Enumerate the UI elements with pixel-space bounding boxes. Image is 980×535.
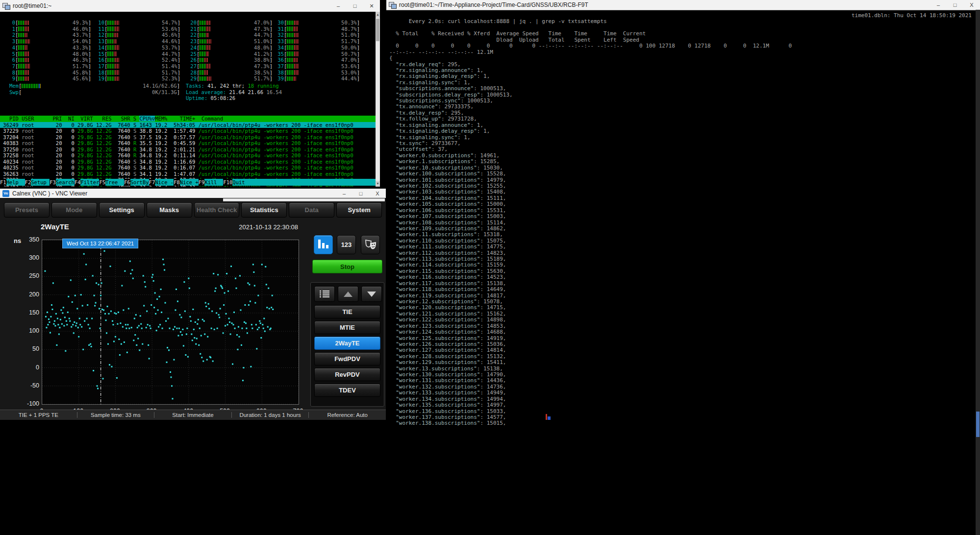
numeric-view-button[interactable]: 123	[337, 235, 356, 254]
process-row-36263[interactable]: 36263 root 20 0 29.8G 12.2G 7640 S 34.1 …	[0, 171, 376, 177]
menu-tab-masks[interactable]: Masks	[147, 202, 192, 218]
fn-label-f4[interactable]: Filter	[80, 179, 99, 186]
legend-list-button[interactable]	[314, 286, 335, 302]
close-icon[interactable]: X	[963, 0, 980, 10]
fn-key-f1[interactable]: F1	[0, 179, 6, 186]
theater-masks-icon	[364, 239, 377, 251]
menu-tab-settings[interactable]: Settings	[99, 202, 145, 218]
measurement-button-2wayte[interactable]: 2WayTE	[314, 337, 380, 350]
htop-scroll-thumb[interactable]	[376, 19, 379, 41]
scroll-up-icon[interactable]: ▲	[376, 12, 380, 18]
cpu-meter-20: 20[47.0%]	[188, 20, 273, 25]
scatter-plot[interactable]	[42, 240, 299, 405]
process-row-37250[interactable]: 37250 root 20 0 29.8G 12.2G 7640 R 34.8 …	[0, 146, 376, 152]
measurement-button-fwdpdv[interactable]: FwdPDV	[314, 352, 380, 365]
y-tick-350: 350	[18, 236, 39, 243]
y-tick--50: -50	[18, 382, 39, 389]
fn-key-f5[interactable]: F5	[99, 179, 105, 186]
fn-label-f9[interactable]: Kill	[204, 179, 223, 186]
terminal-line: "worker.138.subscriptions": 15015,	[389, 420, 976, 426]
stop-button[interactable]: Stop	[312, 260, 382, 273]
fn-key-f8[interactable]: F8	[174, 179, 180, 186]
fn-key-f7[interactable]: F7	[149, 179, 155, 186]
watch-curl-terminal-window: root@time01:~/Time-Appliance-Project/Tim…	[386, 0, 980, 535]
maximize-icon[interactable]: □	[347, 0, 363, 12]
process-row-40234[interactable]: 40234 root 20 0 29.8G 12.2G 7640 S 34.8 …	[0, 159, 376, 165]
fn-label-f3[interactable]: Search	[56, 179, 75, 186]
minimize-icon[interactable]: –	[330, 0, 347, 12]
terminal-scroll-thumb[interactable]	[976, 412, 980, 437]
cpu-meter-34: 34[50.0%]	[276, 45, 360, 50]
masks-view-button[interactable]	[361, 235, 380, 254]
scroll-down-button[interactable]	[361, 286, 382, 302]
menu-tab-system[interactable]: System	[336, 202, 382, 218]
fn-key-f3[interactable]: F3	[50, 179, 56, 186]
fn-label-f5[interactable]: Tree	[105, 179, 124, 186]
measurement-side-panel: TIEMTIE2WayTEFwdPDVRevPDVTDEV	[310, 282, 384, 407]
status-segment-2: Start: Immediate	[154, 412, 231, 418]
cpu-meter-22: 22[44.7%]	[188, 32, 273, 38]
terminal-titlebar[interactable]: root@time01:~/Time-Appliance-Project/Tim…	[386, 0, 980, 10]
fn-label-f6[interactable]: SortBy	[130, 179, 149, 186]
terminal-scrollbar[interactable]	[976, 10, 980, 535]
maximize-icon[interactable]: □	[352, 189, 369, 198]
process-row-37229[interactable]: 37229 root 20 0 29.8G 12.2G 7640 S 38.8 …	[0, 128, 376, 134]
fn-label-f8[interactable]: Nice +	[180, 179, 199, 186]
y-tick-300: 300	[18, 254, 39, 261]
fn-key-f6[interactable]: F6	[124, 179, 130, 186]
measurement-button-revpdv[interactable]: RevPDV	[314, 368, 380, 381]
cpu-meter-38: 38[53.0%]	[276, 70, 360, 75]
htop-titlebar[interactable]: root@time01:~ – □ ✕	[0, 0, 380, 12]
minimize-icon[interactable]: –	[336, 189, 352, 198]
htop-function-bar: F1Help F2Setup F3SearchF4FilterF5Tree F6…	[0, 179, 376, 186]
menu-tab-health-check: Health Check	[194, 202, 240, 218]
fn-label-f10[interactable]: Quit	[232, 179, 251, 186]
uptime-line: Uptime: 05:08:26	[186, 95, 235, 101]
cpu-meter-9: 9[45.6%]	[7, 75, 91, 81]
graph-view-button[interactable]	[314, 235, 333, 254]
cpu-meter-29: 29[51.7%]	[188, 75, 273, 81]
chart-timestamp: 2021-10-13 22:30:08	[186, 223, 298, 231]
cpu-meter-7: 7[51.7%]	[7, 63, 91, 69]
htop-window-title: root@time01:~	[13, 2, 51, 9]
fn-label-f7[interactable]: Nice -	[155, 179, 174, 186]
cpu-meter-30: 30[50.3%]	[276, 20, 360, 25]
minimize-icon[interactable]: –	[930, 0, 947, 10]
close-icon[interactable]: X	[369, 189, 386, 198]
y-tick-50: 50	[18, 345, 39, 352]
process-row-37204[interactable]: 37204 root 20 0 29.8G 12.2G 7640 S 37.5 …	[0, 134, 376, 140]
vnc-status-bar: TIE + 1 PPS TESample time: 33 msStart: I…	[0, 410, 386, 420]
process-row-37258[interactable]: 37258 root 20 0 29.8G 12.2G 7640 R 34.8 …	[0, 152, 376, 158]
scroll-up-button[interactable]	[338, 286, 358, 302]
vnc-titlebar[interactable]: Ve Calnex (VNC ) - VNC Viewer – □ X	[0, 189, 386, 198]
process-row-40235[interactable]: 40235 root 20 0 29.8G 12.2G 7640 S 34.8 …	[0, 165, 376, 170]
process-row-40383[interactable]: 40383 root 20 0 29.8G 12.2G 7640 R 35.5 …	[0, 140, 376, 146]
cpu-meter-26: 26[38.8%]	[188, 57, 273, 63]
fn-key-f10[interactable]: F10	[223, 179, 232, 186]
cpu-meter-36: 36[47.0%]	[276, 57, 360, 63]
swap-meter: Swp[0K/31.3G]	[7, 89, 180, 95]
menu-tab-mode: Mode	[51, 202, 97, 218]
close-icon[interactable]: ✕	[363, 0, 380, 12]
measurement-button-tie[interactable]: TIE	[314, 305, 380, 318]
measurement-button-mtie[interactable]: MTIE	[314, 321, 380, 334]
process-table-header[interactable]: PID USER PRI NI VIRT RES SHR S CPU%▽MEM%…	[0, 116, 376, 122]
htop-content: 0[49.3%]1[46.0%]2[43.7%]3[54.0%]4[43.3%]…	[0, 12, 380, 187]
menu-tab-statistics[interactable]: Statistics	[241, 202, 287, 218]
measurement-button-tdev[interactable]: TDEV	[314, 384, 380, 397]
fn-label-f1[interactable]: Help	[6, 179, 25, 186]
y-tick-0: 0	[18, 364, 39, 371]
maximize-icon[interactable]: □	[947, 0, 963, 10]
vnc-content: PresetsModeSettingsMasksHealth CheckStat…	[0, 198, 386, 420]
process-row-36249[interactable]: 36249 root 20 0 29.8G 12.2G 7640 S 1643 …	[0, 122, 376, 128]
terminal-line: "tx.signaling.delay_resp": 1,	[389, 128, 976, 134]
scroll-down-icon[interactable]: ▼	[376, 181, 380, 187]
fn-label-f2[interactable]: Setup	[31, 179, 50, 186]
vnc-menu-bar: PresetsModeSettingsMasksHealth CheckStat…	[4, 202, 382, 218]
tasks-line: Tasks: 41, 242 thr; 18 running	[186, 83, 279, 89]
terminal-line: "tx.follow_up": 29731728,	[389, 116, 976, 122]
fn-key-f4[interactable]: F4	[75, 179, 81, 186]
htop-scrollbar[interactable]: ▲ ▼	[376, 12, 380, 187]
fn-key-f2[interactable]: F2	[25, 179, 31, 186]
fn-key-f9[interactable]: F9	[199, 179, 205, 186]
